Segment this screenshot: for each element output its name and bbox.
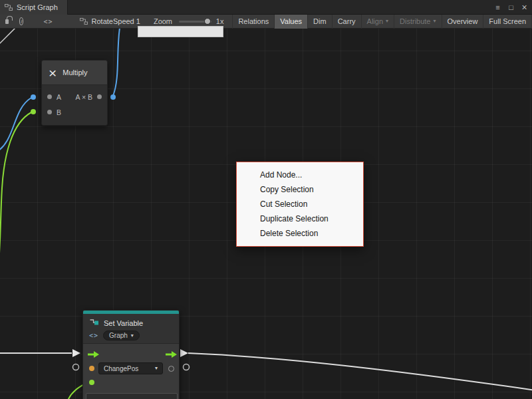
menu-item-add-node[interactable]: Add Node... xyxy=(237,168,363,182)
port-dot-hollow-right[interactable] xyxy=(184,364,190,370)
chevron-down-icon: ▾ xyxy=(131,333,134,338)
graph-toolbar: i <> RotateSpeed 1 Zoom 1x Relations Val… xyxy=(0,15,532,29)
set-variable-kind-row: <> Graph ▾ xyxy=(89,330,140,341)
value-input-port[interactable] xyxy=(89,366,94,371)
info-icon[interactable]: i xyxy=(19,17,24,25)
zoom-slider-knob[interactable] xyxy=(204,18,211,25)
code-toggle-icon[interactable]: <> xyxy=(43,18,53,25)
node-set-variable[interactable]: Set Variable <> Graph ▾ ChangePos xyxy=(82,310,180,399)
floating-field[interactable] xyxy=(138,26,223,37)
menu-item-duplicate-selection[interactable]: Duplicate Selection xyxy=(237,211,363,226)
multiply-row-b: B xyxy=(42,104,107,120)
values-button[interactable]: Values xyxy=(275,15,308,29)
secondary-input-port[interactable] xyxy=(89,380,94,385)
menu-item-copy-selection[interactable]: Copy Selection xyxy=(237,182,363,197)
lock-icon[interactable] xyxy=(5,19,9,24)
graph-canvas[interactable]: × Multiply A A × B B xyxy=(0,29,532,399)
tab-title: Script Graph xyxy=(17,3,58,11)
close-icon[interactable]: × xyxy=(519,2,530,13)
wire-white-topleft[interactable] xyxy=(0,29,19,46)
script-graph-icon xyxy=(5,3,13,11)
tab-bar: Script Graph ≡ □ × xyxy=(0,0,532,15)
value-output-port[interactable] xyxy=(168,366,174,372)
graph-breadcrumb[interactable]: RotateSpeed 1 xyxy=(80,17,140,25)
relations-button[interactable]: Relations xyxy=(232,15,275,29)
zoom-value: 1x xyxy=(216,17,224,25)
node-divider xyxy=(83,343,179,344)
unity-script-graph-window: Script Graph ≡ □ × i <> RotateSpeed 1 Zo… xyxy=(0,0,532,399)
port-label-output: A × B xyxy=(76,93,92,101)
toolbar-buttons: Relations Values Dim Carry Align ▾ Distr… xyxy=(232,15,532,29)
menu-item-delete-selection[interactable]: Delete Selection xyxy=(237,226,363,241)
graph-icon xyxy=(80,17,88,25)
set-variable-title: Set Variable xyxy=(104,319,143,327)
flow-arrowhead-out xyxy=(180,349,188,357)
overview-button[interactable]: Overview xyxy=(442,15,484,29)
align-button[interactable]: Align ▾ xyxy=(362,15,394,29)
pane-menu-icon[interactable]: ≡ xyxy=(492,2,503,13)
chevron-down-icon: ▾ xyxy=(155,366,158,371)
port-dot-green-b[interactable] xyxy=(31,109,36,114)
port-dot-blue-out[interactable] xyxy=(110,94,116,100)
chevron-down-icon: ▾ xyxy=(386,19,388,24)
zoom-slider[interactable] xyxy=(179,21,211,23)
multiply-body: A A × B B xyxy=(42,85,107,125)
graph-name: RotateSpeed 1 xyxy=(92,17,140,25)
variable-name-value: ChangePos xyxy=(104,365,138,372)
distribute-label: Distribute xyxy=(400,15,430,29)
context-menu: Add Node... Copy Selection Cut Selection… xyxy=(236,162,364,247)
port-label-a: A xyxy=(57,93,61,101)
output-port[interactable] xyxy=(97,94,102,99)
input-port-a[interactable] xyxy=(47,94,52,99)
multiply-title: Multiply xyxy=(63,68,87,76)
port-label-b: B xyxy=(57,108,61,116)
inline-value-field[interactable] xyxy=(86,393,178,399)
set-variable-icon xyxy=(89,319,99,327)
variable-kind-value: Graph xyxy=(109,332,128,339)
wire-green-left[interactable] xyxy=(0,112,31,292)
flow-arrowhead-in xyxy=(72,349,80,357)
maximize-icon[interactable]: □ xyxy=(505,2,517,13)
multiply-icon: × xyxy=(49,66,57,80)
zoom-label: Zoom xyxy=(154,17,172,25)
chevron-down-icon: ▾ xyxy=(434,19,436,24)
input-port-b[interactable] xyxy=(47,110,52,114)
distribute-button[interactable]: Distribute ▾ xyxy=(394,15,442,29)
variable-name-dropdown[interactable]: ChangePos ▾ xyxy=(98,362,163,374)
full-screen-button[interactable]: Full Screen xyxy=(483,15,532,29)
variable-kind-dropdown[interactable]: Graph ▾ xyxy=(103,331,140,340)
port-dot-hollow-left[interactable] xyxy=(73,364,79,370)
set-variable-title-row: Set Variable xyxy=(89,318,143,328)
port-dot-blue-a[interactable] xyxy=(31,94,36,100)
window-controls: ≡ □ × xyxy=(492,0,530,15)
node-multiply[interactable]: × Multiply A A × B B xyxy=(41,60,108,126)
dim-button[interactable]: Dim xyxy=(308,15,332,29)
menu-item-cut-selection[interactable]: Cut Selection xyxy=(237,197,363,211)
multiply-header[interactable]: × Multiply xyxy=(42,61,107,85)
flow-input-port[interactable] xyxy=(88,350,99,358)
carry-button[interactable]: Carry xyxy=(332,15,362,29)
flow-output-port[interactable] xyxy=(166,350,177,358)
wire-blue-output[interactable] xyxy=(113,29,120,96)
multiply-row-a: A A × B xyxy=(42,89,107,104)
align-label: Align xyxy=(367,15,383,29)
variable-scope-icon: <> xyxy=(89,332,98,339)
wire-flow-out[interactable] xyxy=(188,353,532,390)
tab-script-graph[interactable]: Script Graph xyxy=(0,0,68,15)
wire-blue-input[interactable] xyxy=(0,98,31,152)
